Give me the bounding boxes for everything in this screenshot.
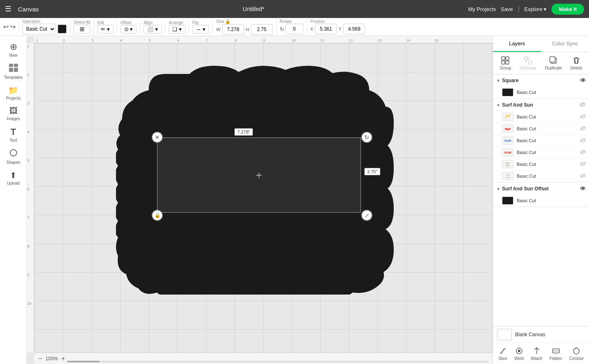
explore-button[interactable]: Explore ▾ bbox=[524, 6, 547, 12]
layer-item[interactable]: Basic Cut bbox=[493, 195, 589, 207]
layer-item[interactable]: Basic Cut bbox=[493, 87, 589, 98]
tab-color-sync[interactable]: Color Sync bbox=[541, 36, 589, 52]
zoom-in-button[interactable]: + bbox=[61, 355, 65, 362]
sidebar-item-upload[interactable]: ⬆ Upload bbox=[1, 168, 26, 188]
ungroup-action[interactable]: UnGroup bbox=[517, 55, 539, 71]
group-visibility-icon[interactable]: 👁 bbox=[580, 185, 586, 192]
svg-rect-1 bbox=[14, 64, 18, 67]
arrange-group: Arrange ❑ ▾ bbox=[169, 20, 189, 33]
operation-select[interactable]: Basic Cut bbox=[22, 24, 56, 34]
sidebar-item-templates[interactable]: Templates bbox=[1, 61, 26, 82]
layer-visibility-icon[interactable] bbox=[580, 173, 586, 179]
weld-tool[interactable]: Weld bbox=[514, 346, 524, 361]
group-visibility-icon[interactable] bbox=[579, 102, 586, 108]
attach-icon bbox=[532, 346, 541, 355]
contour-tool[interactable]: Contour bbox=[569, 346, 584, 361]
save-button[interactable]: Save bbox=[501, 6, 513, 12]
group-name: Surf And Sun bbox=[502, 102, 578, 108]
align-button[interactable]: ⬜ ▾ bbox=[143, 25, 162, 33]
width-dimension-label: 7.278" bbox=[234, 128, 253, 136]
sidebar-item-projects[interactable]: 📁 Projects bbox=[1, 83, 26, 103]
redo-button[interactable]: ↪ bbox=[10, 23, 16, 31]
app-title: Canvas bbox=[18, 6, 39, 13]
select-all-button[interactable]: ⊞ bbox=[74, 25, 90, 33]
layer-group-header-square[interactable]: ▼ Square 👁 bbox=[493, 74, 589, 87]
layer-group-header-surf-and-sun[interactable]: ▼ Surf And Sun bbox=[493, 99, 589, 111]
group-visibility-icon[interactable]: 👁 bbox=[580, 77, 586, 84]
sidebar-item-label: Projects bbox=[6, 96, 20, 100]
canvas-area[interactable]: 1 2 3 4 5 6 7 8 9 10 11 12 13 14 15 1 2 … bbox=[27, 36, 493, 364]
my-projects-button[interactable]: My Projects bbox=[468, 6, 496, 12]
layer-item[interactable]: Basic Cut bbox=[493, 123, 589, 135]
layer-visibility-icon[interactable] bbox=[580, 126, 586, 132]
delete-action[interactable]: Delete bbox=[568, 55, 585, 71]
flip-group: Flip ↔ ▾ bbox=[192, 20, 213, 33]
handle-scale[interactable]: ⤢ bbox=[361, 210, 373, 221]
x-input[interactable] bbox=[315, 24, 337, 34]
layer-item[interactable]: Basic Cut bbox=[493, 111, 589, 123]
group-name: Square bbox=[502, 78, 578, 83]
group-action[interactable]: Group bbox=[498, 55, 514, 71]
svg-rect-10 bbox=[524, 57, 528, 60]
templates-icon bbox=[9, 63, 18, 74]
layer-visibility-icon[interactable] bbox=[580, 150, 586, 155]
attach-tool[interactable]: Attach bbox=[531, 346, 542, 361]
operation-color-swatch[interactable] bbox=[58, 25, 67, 33]
selection-box[interactable]: + bbox=[157, 137, 361, 213]
layer-visibility-icon[interactable] bbox=[580, 138, 586, 143]
sidebar-item-text[interactable]: T Text bbox=[1, 124, 26, 145]
make-it-button[interactable]: Make It bbox=[551, 4, 584, 15]
layer-thumb: SUN bbox=[502, 148, 513, 156]
lock-icon[interactable]: 🔒 bbox=[225, 19, 231, 24]
size-group: Size 🔒 W H bbox=[216, 19, 276, 35]
offset-button[interactable]: ⊙ ▾ bbox=[120, 25, 137, 33]
text-icon: T bbox=[11, 127, 16, 137]
layer-visibility-icon[interactable] bbox=[580, 114, 586, 120]
project-title: Untitled* bbox=[45, 6, 462, 12]
offset-group: Offset ⊙ ▾ bbox=[120, 20, 141, 33]
flip-label: Flip bbox=[192, 20, 210, 25]
layer-name: Basic Cut bbox=[517, 126, 577, 131]
zoom-out-button[interactable]: − bbox=[38, 355, 42, 362]
sidebar-item-new[interactable]: ⊕ New bbox=[1, 39, 26, 60]
y-input[interactable] bbox=[343, 24, 365, 34]
undo-button[interactable]: ↩ bbox=[3, 23, 9, 31]
rotate-label: Rotate bbox=[280, 19, 303, 24]
layer-name: Basic Cut bbox=[517, 114, 577, 119]
canvas-grid[interactable]: + 7.278" 2.75" ✕ ↻ 🔒 ⤢ bbox=[34, 43, 493, 353]
flatten-icon bbox=[551, 346, 560, 355]
images-icon: 🖼 bbox=[9, 106, 18, 116]
ungroup-icon bbox=[524, 56, 533, 65]
rotate-input[interactable] bbox=[286, 24, 303, 34]
divider: | bbox=[518, 5, 520, 13]
layer-item[interactable]: surfsun Basic Cut bbox=[493, 170, 589, 182]
scroll-bar[interactable] bbox=[67, 361, 489, 362]
position-group: Position X Y bbox=[310, 19, 366, 34]
height-input[interactable] bbox=[251, 24, 273, 35]
handle-delete[interactable]: ✕ bbox=[152, 132, 163, 143]
layer-name: Basic Cut bbox=[517, 174, 577, 179]
layer-item[interactable]: SUN Basic Cut bbox=[493, 135, 589, 147]
slice-tool[interactable]: Slice bbox=[498, 346, 507, 361]
layer-visibility-icon[interactable] bbox=[580, 161, 586, 167]
handle-lock[interactable]: 🔒 bbox=[152, 210, 163, 221]
offset-label: Offset bbox=[120, 20, 137, 25]
duplicate-action[interactable]: Duplicate bbox=[542, 55, 564, 71]
flip-button[interactable]: ↔ ▾ bbox=[192, 25, 210, 33]
layer-name: Basic Cut bbox=[517, 138, 577, 143]
layer-item[interactable]: surfsun Basic Cut bbox=[493, 159, 589, 170]
sidebar-item-images[interactable]: 🖼 Images bbox=[1, 104, 26, 123]
layer-group-header-surf-and-sun-offset[interactable]: ▼ Surf And Sun Offset 👁 bbox=[493, 183, 589, 195]
layer-group-square: ▼ Square 👁 Basic Cut bbox=[493, 74, 589, 99]
edit-button[interactable]: ✏ ▾ bbox=[97, 25, 114, 33]
topbar: ☰ Canvas Untitled* My Projects Save | Ex… bbox=[0, 0, 589, 18]
handle-rotate[interactable]: ↻ bbox=[361, 132, 373, 143]
arrange-button[interactable]: ❑ ▾ bbox=[169, 25, 185, 33]
width-input[interactable] bbox=[222, 24, 244, 35]
layer-item[interactable]: SUN Basic Cut bbox=[493, 147, 589, 159]
ruler-left: 1 2 3 4 5 6 7 8 9 10 bbox=[27, 43, 34, 353]
tab-layers[interactable]: Layers bbox=[493, 36, 541, 52]
flatten-tool[interactable]: Flatten bbox=[549, 346, 562, 361]
sidebar-item-shapes[interactable]: Shapes bbox=[1, 146, 26, 167]
menu-icon[interactable]: ☰ bbox=[5, 4, 11, 13]
